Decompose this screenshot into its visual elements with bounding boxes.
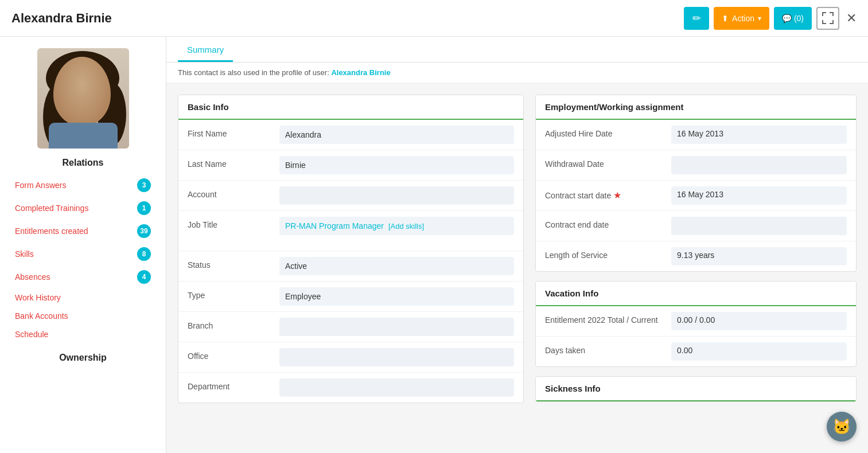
- field-withdrawal-date: Withdrawal Date: [536, 150, 856, 181]
- upload-icon: ⬆: [722, 14, 729, 23]
- comment-button[interactable]: 💬 (0): [774, 7, 812, 30]
- action-label: Action: [732, 14, 754, 23]
- notice-bar: This contact is also used in the profile…: [166, 63, 868, 83]
- edit-button[interactable]: ✏: [684, 7, 709, 30]
- sidebar-badge-skills: 8: [137, 247, 151, 261]
- entitlement-total-value: 0.00 / 0.00: [671, 312, 847, 330]
- close-button[interactable]: ✕: [846, 11, 857, 26]
- days-taken-value: 0.00: [671, 342, 847, 361]
- expand-button[interactable]: [816, 7, 839, 30]
- tabs-bar: Summary: [166, 37, 868, 63]
- vacation-header: Vacation Info: [536, 282, 856, 306]
- sidebar-badge-form-answers: 3: [137, 178, 151, 192]
- length-of-service-label: Length of Service: [545, 247, 671, 260]
- chat-avatar-icon: 🐱: [832, 418, 851, 436]
- page-title: Alexandra Birnie: [11, 11, 684, 26]
- sidebar-badge-entitlements: 39: [137, 224, 151, 238]
- job-title-link[interactable]: PR-MAN Program Manager: [285, 221, 384, 231]
- entitlement-total-label: Entitlement 2022 Total / Current: [545, 312, 671, 325]
- sidebar-item-form-answers[interactable]: Form Answers 3: [6, 174, 160, 197]
- last-name-value: Birnie: [279, 156, 514, 174]
- sidebar-item-label: Entitlements created: [15, 226, 88, 236]
- status-label: Status: [188, 257, 279, 270]
- sidebar-item-label: Work History: [15, 293, 61, 302]
- action-button[interactable]: ⬆ Action ▾: [714, 7, 769, 30]
- header-actions: ✏ ⬆ Action ▾ 💬 (0): [684, 7, 857, 30]
- contract-end-date-value: [671, 217, 847, 235]
- employment-card: Employment/Working assignment Adjusted H…: [535, 95, 857, 272]
- comment-label: 💬 (0): [782, 14, 804, 23]
- app-header: Alexandra Birnie ✏ ⬆ Action ▾ 💬 (0): [0, 0, 868, 37]
- right-panel: Employment/Working assignment Adjusted H…: [535, 95, 857, 442]
- sidebar-item-label: Absences: [15, 272, 50, 282]
- field-type: Type Employee: [178, 282, 523, 312]
- sidebar-item-label: Skills: [15, 249, 34, 259]
- left-panel: Basic Info First Name Alexandra Last Nam…: [178, 95, 524, 442]
- sidebar-item-schedule[interactable]: Schedule: [6, 325, 160, 343]
- type-value: Employee: [279, 287, 514, 306]
- field-branch: Branch: [178, 312, 523, 342]
- adjusted-hire-date-value: 16 May 2013: [671, 126, 847, 144]
- office-label: Office: [188, 348, 279, 361]
- field-length-of-service: Length of Service 9.13 years: [536, 241, 856, 271]
- days-taken-label: Days taken: [545, 342, 671, 355]
- sidebar-item-skills[interactable]: Skills 8: [6, 243, 160, 265]
- field-adjusted-hire-date: Adjusted Hire Date 16 May 2013: [536, 120, 856, 150]
- last-name-label: Last Name: [188, 156, 279, 169]
- sidebar-item-label: Form Answers: [15, 181, 66, 190]
- field-entitlement-total: Entitlement 2022 Total / Current 0.00 / …: [536, 306, 856, 337]
- sidebar-relations-list: Form Answers 3 Completed Trainings 1 Ent…: [0, 174, 166, 343]
- basic-info-card: Basic Info First Name Alexandra Last Nam…: [178, 95, 524, 403]
- first-name-value: Alexandra: [279, 126, 514, 144]
- department-value: [279, 378, 514, 397]
- sidebar-item-work-history[interactable]: Work History: [6, 288, 160, 307]
- contract-start-date-value: 16 May 2013: [671, 186, 847, 205]
- branch-value: [279, 318, 514, 336]
- content-area: Basic Info First Name Alexandra Last Nam…: [166, 83, 868, 453]
- field-job-title: Job Title PR-MAN Program Manager [Add sk…: [178, 211, 523, 251]
- sidebar-badge-absences: 4: [137, 270, 151, 284]
- sidebar-item-label: Bank Accounts: [15, 311, 68, 321]
- add-skills-link[interactable]: [Add skills]: [388, 222, 424, 231]
- length-of-service-value: 9.13 years: [671, 247, 847, 265]
- chevron-down-icon: ▾: [758, 14, 761, 22]
- field-department: Department: [178, 373, 523, 403]
- main-content: Summary This contact is also used in the…: [166, 37, 868, 453]
- chat-bubble-button[interactable]: 🐱: [827, 412, 857, 442]
- sidebar: Relations Form Answers 3 Completed Train…: [0, 37, 166, 453]
- tab-summary[interactable]: Summary: [178, 37, 233, 62]
- withdrawal-date-value: [671, 156, 847, 174]
- job-title-label: Job Title: [188, 217, 279, 229]
- field-status: Status Active: [178, 251, 523, 282]
- sickness-header: Sickness Info: [536, 377, 856, 401]
- withdrawal-date-label: Withdrawal Date: [545, 156, 671, 169]
- sidebar-badge-completed-trainings: 1: [137, 201, 151, 215]
- adjusted-hire-date-label: Adjusted Hire Date: [545, 126, 671, 138]
- avatar: [37, 48, 129, 149]
- pencil-icon: ✏: [692, 12, 701, 25]
- sidebar-item-entitlements-created[interactable]: Entitlements created 39: [6, 220, 160, 243]
- account-label: Account: [188, 186, 279, 199]
- account-value: [279, 186, 514, 205]
- contract-start-date-label: Contract start date ★: [545, 186, 671, 201]
- expand-icon: [822, 12, 834, 24]
- field-office: Office: [178, 342, 523, 373]
- close-icon: ✕: [846, 11, 857, 25]
- sickness-card: Sickness Info: [535, 376, 857, 402]
- relations-heading: Relations: [62, 158, 103, 168]
- vacation-card: Vacation Info Entitlement 2022 Total / C…: [535, 281, 857, 367]
- type-label: Type: [188, 287, 279, 300]
- field-account: Account: [178, 181, 523, 211]
- notice-text: This contact is also used in the profile…: [178, 68, 329, 77]
- sidebar-item-bank-accounts[interactable]: Bank Accounts: [6, 307, 160, 325]
- required-star: ★: [613, 190, 621, 201]
- sidebar-item-label: Schedule: [15, 330, 48, 339]
- first-name-label: First Name: [188, 126, 279, 138]
- department-label: Department: [188, 378, 279, 391]
- sidebar-item-absences[interactable]: Absences 4: [6, 265, 160, 288]
- user-profile-link[interactable]: Alexandra Birnie: [331, 68, 390, 77]
- field-last-name: Last Name Birnie: [178, 150, 523, 181]
- ownership-heading: Ownership: [50, 353, 116, 363]
- field-first-name: First Name Alexandra: [178, 120, 523, 150]
- sidebar-item-completed-trainings[interactable]: Completed Trainings 1: [6, 197, 160, 220]
